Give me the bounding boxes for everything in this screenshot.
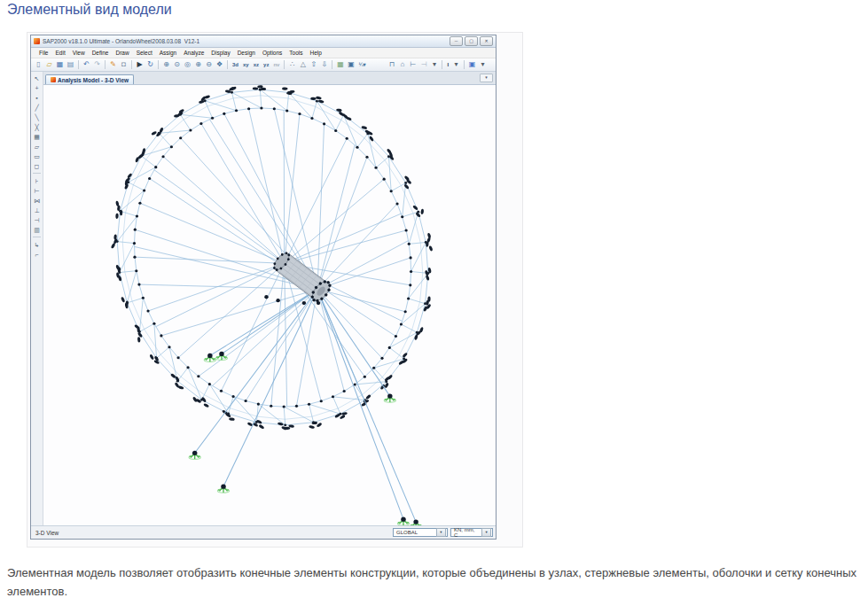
draw-tools-dropdown[interactable]: ▾ (429, 60, 439, 70)
status-bar: 3-D View GLOBAL ▾ KN, mm, C ▾ (31, 525, 496, 539)
draw-grid-icon[interactable]: ▦ (32, 132, 42, 141)
window-title: SAP2000 v18.1.0 Ultimate - OrlandoWheel2… (43, 38, 447, 44)
show-undeformed-icon[interactable]: ⌐ (32, 250, 42, 259)
minimize-button[interactable]: ─ (450, 36, 463, 46)
model-canvas[interactable] (43, 85, 496, 525)
wheel-model-drawing (43, 85, 496, 525)
joint-constraint-icon[interactable]: ⊢ (408, 60, 418, 70)
rubber-band-zoom-icon[interactable]: ⊕ (161, 60, 171, 70)
shrink-objects-icon[interactable]: ∴ (287, 60, 297, 70)
menu-design[interactable]: Design (234, 50, 259, 56)
snap-intersections-icon[interactable]: ⋈ (32, 196, 42, 205)
end-release-icon[interactable]: ⊣ (418, 60, 428, 70)
menu-edit[interactable]: Edit (51, 50, 68, 56)
screenshot-frame: SAP2000 v18.1.0 Ultimate - OrlandoWheel2… (27, 32, 523, 548)
zoom-out-icon[interactable]: ⊖ (204, 60, 214, 70)
menu-analyze[interactable]: Analyze (180, 50, 207, 56)
menu-define[interactable]: Define (89, 50, 113, 56)
save-icon[interactable]: ▦ (55, 60, 65, 70)
extrude-view-icon[interactable]: △ (298, 60, 308, 70)
menu-display[interactable]: Display (207, 50, 233, 56)
side-toolbar: ↖+▪╱╲╳▦▱▭◻⊦⊢⋈⊥⊣▥↳⌐ (31, 72, 43, 525)
print-icon[interactable]: ▤ (66, 60, 75, 70)
draw-frame-icon[interactable]: ╱ (32, 103, 42, 112)
draw-frame-tool-icon[interactable]: ⊓ (387, 60, 396, 70)
toolbar-separator (33, 173, 41, 174)
snap-grid-icon[interactable]: ▥ (32, 225, 42, 234)
toolbar-separator (158, 60, 159, 69)
tab-strip: Analysis Model - 3-D View ▾ (43, 72, 496, 85)
zoom-step-dropdown[interactable]: ¼▾ (356, 60, 367, 70)
move-up-list-icon[interactable]: ⇧ (309, 60, 318, 70)
frame-section-dropdown[interactable]: ▾ (451, 60, 461, 70)
window-body: ↖+▪╱╲╳▦▱▭◻⊦⊢⋈⊥⊣▥↳⌐ Analysis Model - 3-D … (31, 72, 496, 525)
menu-draw[interactable]: Draw (112, 50, 132, 56)
sap-tab-icon (51, 77, 56, 82)
zoom-in-icon[interactable]: ⊕ (193, 60, 203, 70)
area-section-icon[interactable]: ▣ (467, 60, 477, 70)
snap-lines-icon[interactable]: ⊣ (32, 215, 42, 224)
caption-text: Элементная модель позволяет отобразить к… (7, 563, 863, 598)
menu-tools[interactable]: Tools (285, 50, 306, 56)
tab-scroll-button[interactable]: ▾ (480, 74, 493, 82)
coord-system-dropdown[interactable]: GLOBAL ▾ (393, 528, 448, 537)
maximize-button[interactable]: ▢ (465, 36, 478, 46)
view-3d-icon[interactable]: 3d (231, 60, 240, 70)
status-view-label: 3-D View (34, 530, 390, 536)
view-xz-icon[interactable]: xz (252, 60, 261, 70)
view-nv-icon[interactable]: nv (271, 60, 281, 70)
undo-icon[interactable]: ↶ (82, 60, 91, 70)
area-section-dropdown[interactable]: ▾ (478, 60, 488, 70)
main-toolbar: ▯▱▦▤↶↷✎◘▶↻⊕⊙◎⊕⊖❖3dxyxzyznv∴△⇧⇩▦▣¼▾⊓⌂⊢⊣▾I… (31, 58, 496, 72)
snap-perpendicular-icon[interactable]: ⊥ (32, 206, 42, 214)
view-xy-icon[interactable]: xy (241, 60, 251, 70)
toolbar-separator (33, 237, 41, 237)
redo-icon[interactable]: ↷ (92, 60, 102, 70)
open-file-icon[interactable]: ▱ (44, 60, 54, 70)
page-title: Элементный вид модели (7, 2, 172, 18)
sap-logo-icon (34, 38, 40, 44)
move-down-list-icon[interactable]: ⇩ (319, 60, 329, 70)
new-model-icon[interactable]: ▯ (34, 60, 43, 70)
menu-help[interactable]: Help (307, 50, 325, 56)
page: Элементный вид модели SAP2000 v18.1.0 Ul… (0, 0, 868, 598)
frame-section-icon[interactable]: I (445, 60, 450, 70)
run-analysis-icon[interactable]: ▶ (135, 60, 145, 70)
previous-zoom-icon[interactable]: ◎ (183, 60, 192, 70)
toolbar-separator (442, 60, 442, 69)
menu-options[interactable]: Options (259, 50, 285, 56)
draw-rect-area-icon[interactable]: ▭ (32, 151, 42, 160)
draw-wall-tool-icon[interactable]: ⌂ (397, 60, 407, 70)
draw-joint-icon[interactable]: ▪ (32, 93, 42, 102)
quick-draw-braces-icon[interactable]: ╳ (32, 122, 42, 131)
close-button[interactable]: ✕ (480, 36, 493, 46)
pencil-edit-icon[interactable]: ✎ (108, 60, 118, 70)
quick-draw-frame-icon[interactable]: ╲ (32, 113, 42, 121)
menu-view[interactable]: View (69, 50, 89, 56)
window-buttons: ─▢✕ (450, 36, 493, 46)
lock-model-icon[interactable]: ◘ (119, 60, 129, 70)
toolbar-separator (131, 60, 132, 69)
tab-analysis-model[interactable]: Analysis Model - 3-D View (45, 74, 134, 84)
display-options-icon[interactable]: ▣ (346, 60, 356, 70)
show-labels-icon[interactable]: ↳ (32, 240, 42, 249)
select-reshape-icon[interactable]: + (32, 83, 42, 92)
toolbar-separator (78, 60, 79, 69)
menu-select[interactable]: Select (133, 50, 156, 56)
snap-joints-icon[interactable]: ⊦ (32, 176, 42, 185)
pan-icon[interactable]: ❖ (215, 60, 224, 70)
quick-draw-area-icon[interactable]: ◻ (32, 161, 42, 170)
select-pointer-icon[interactable]: ↖ (32, 74, 42, 82)
menu-assign[interactable]: Assign (156, 50, 181, 56)
menu-file[interactable]: File (35, 50, 51, 56)
restore-full-view-icon[interactable]: ⊙ (172, 60, 182, 70)
grid-options-icon[interactable]: ▦ (335, 60, 345, 70)
draw-poly-area-icon[interactable]: ▱ (32, 142, 42, 151)
chevron-down-icon: ▾ (481, 528, 491, 537)
view-yz-icon[interactable]: yz (262, 60, 270, 70)
units-dropdown[interactable]: KN, mm, C ▾ (450, 528, 493, 537)
menu-bar: FileEditViewDefineDrawSelectAssignAnalyz… (31, 48, 496, 58)
window-titlebar[interactable]: SAP2000 v18.1.0 Ultimate - OrlandoWheel2… (31, 35, 496, 48)
snap-midpoints-icon[interactable]: ⊢ (32, 186, 42, 195)
refresh-view-icon[interactable]: ↻ (145, 60, 155, 70)
